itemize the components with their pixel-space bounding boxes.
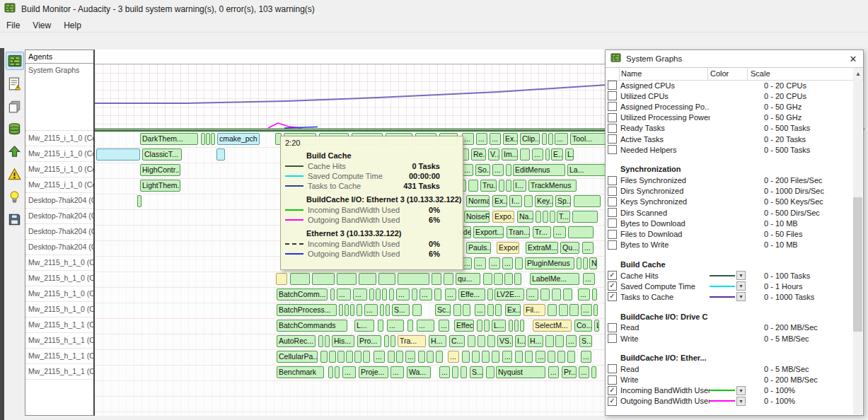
task-bar[interactable] xyxy=(542,133,547,145)
metric-checkbox[interactable]: ✓ xyxy=(608,386,617,395)
task-bar[interactable] xyxy=(337,273,357,285)
task-bar[interactable] xyxy=(382,288,387,301)
task-bar[interactable] xyxy=(380,304,384,316)
task-bar[interactable] xyxy=(318,335,323,347)
task-bar[interactable]: ... xyxy=(553,226,566,238)
task-bar[interactable]: Benchmark xyxy=(277,366,324,378)
task-bar[interactable] xyxy=(504,273,513,285)
task-bar[interactable] xyxy=(482,351,490,363)
metric-checkbox[interactable] xyxy=(608,240,617,250)
task-bar[interactable] xyxy=(357,304,362,316)
task-bar[interactable] xyxy=(468,335,475,347)
color-dropdown-icon[interactable]: ▼ xyxy=(736,292,746,301)
task-bar[interactable]: ... xyxy=(387,320,404,332)
system-graphs-titlebar[interactable]: System Graphs ✕ xyxy=(606,50,863,68)
task-bar[interactable] xyxy=(499,180,504,192)
task-bar[interactable]: Sc... xyxy=(435,304,451,316)
graph-metric-item[interactable]: Keys Synchronized0 - 500 Keys/Sec xyxy=(606,197,853,207)
task-bar[interactable] xyxy=(211,133,215,145)
task-bar[interactable]: L... xyxy=(565,148,574,161)
task-bar[interactable]: Effe... xyxy=(458,288,485,301)
task-bar[interactable]: DarkThem... xyxy=(140,133,198,145)
agent-row[interactable]: Desktop-7hak204 (C xyxy=(25,240,93,255)
task-bar[interactable]: C... xyxy=(449,335,465,347)
task-bar[interactable]: Export xyxy=(497,242,519,254)
agent-row[interactable]: Mw_2115_h_1_1 (C xyxy=(25,349,93,364)
task-bar[interactable] xyxy=(478,335,485,347)
task-bar[interactable] xyxy=(388,351,395,363)
task-bar[interactable]: ... xyxy=(462,164,473,176)
agent-row[interactable]: Mw_2115_h_1_1 (C xyxy=(25,333,93,349)
task-bar[interactable] xyxy=(495,304,502,316)
task-bar[interactable] xyxy=(484,320,490,332)
task-bar[interactable]: cmake_pch xyxy=(217,133,260,145)
system-graphs-row[interactable]: System Graphs xyxy=(25,64,93,131)
task-bar[interactable]: Proje... xyxy=(359,366,388,378)
color-dropdown-icon[interactable]: ▼ xyxy=(736,397,746,406)
task-bar[interactable] xyxy=(389,288,394,301)
graph-metric-item[interactable]: Files Synchronized0 - 200 Files/Sec xyxy=(606,175,853,186)
task-bar[interactable]: ... xyxy=(526,288,538,301)
task-bar[interactable]: Pr... xyxy=(562,366,577,378)
metric-checkbox[interactable]: ✓ xyxy=(608,271,617,280)
task-bar[interactable]: La... xyxy=(567,164,606,176)
task-bar[interactable]: ... xyxy=(476,133,487,145)
metric-checkbox[interactable] xyxy=(608,218,617,228)
menu-view[interactable]: View xyxy=(26,19,57,32)
task-bar[interactable]: ... xyxy=(579,366,589,378)
task-bar[interactable]: ... xyxy=(337,288,351,301)
task-bar[interactable]: T... xyxy=(557,211,570,223)
task-bar[interactable] xyxy=(201,133,205,145)
task-bar[interactable] xyxy=(487,335,495,347)
task-bar[interactable]: Ex... xyxy=(505,304,521,316)
metric-checkbox[interactable] xyxy=(608,176,617,185)
task-bar[interactable]: ... xyxy=(417,320,434,332)
agent-row[interactable]: Mw_2115_i_1_0 (Co xyxy=(25,131,93,146)
task-bar[interactable]: ... xyxy=(342,366,356,378)
task-bar[interactable] xyxy=(386,304,390,316)
task-bar[interactable] xyxy=(330,288,335,301)
task-bar[interactable]: ... xyxy=(445,288,456,301)
task-bar[interactable] xyxy=(509,320,513,332)
task-bar[interactable]: Sp... xyxy=(555,195,571,207)
agent-row[interactable]: Desktop-7hak204 (C xyxy=(25,209,93,224)
task-bar[interactable]: I... xyxy=(515,335,526,347)
task-bar[interactable]: L... xyxy=(492,320,506,332)
task-bar[interactable]: Qu... xyxy=(560,242,579,254)
task-bar[interactable] xyxy=(452,366,458,378)
task-bar[interactable] xyxy=(407,320,413,332)
task-bar[interactable]: CellularPa... xyxy=(277,351,318,363)
task-bar[interactable]: Na... xyxy=(517,211,533,223)
task-bar[interactable] xyxy=(487,288,493,301)
metric-checkbox[interactable] xyxy=(608,134,617,144)
task-bar[interactable]: E... xyxy=(551,148,563,161)
close-icon[interactable]: ✕ xyxy=(843,54,863,64)
task-bar[interactable] xyxy=(592,288,597,301)
task-bar[interactable]: ... xyxy=(548,366,559,378)
task-bar[interactable] xyxy=(325,335,330,347)
task-bar[interactable]: AutoRec... xyxy=(277,335,316,347)
publish-icon[interactable] xyxy=(6,142,24,161)
task-bar[interactable] xyxy=(369,288,374,301)
task-bar[interactable]: ... xyxy=(374,351,385,363)
task-bar[interactable] xyxy=(477,320,482,332)
task-bar[interactable] xyxy=(524,195,533,207)
task-bar[interactable] xyxy=(506,164,511,176)
task-bar[interactable] xyxy=(568,226,594,238)
task-bar[interactable] xyxy=(412,288,417,301)
task-bar[interactable]: ... xyxy=(502,351,512,363)
task-bar[interactable] xyxy=(345,304,349,316)
task-bar[interactable]: ... xyxy=(578,288,590,301)
task-bar[interactable] xyxy=(376,288,381,301)
task-bar[interactable]: ... xyxy=(489,257,500,269)
task-bar[interactable] xyxy=(463,304,470,316)
task-bar[interactable]: Wa... xyxy=(407,366,431,378)
task-bar[interactable]: Tool... xyxy=(570,133,606,145)
task-bar[interactable] xyxy=(543,211,548,223)
metric-checkbox[interactable] xyxy=(608,187,617,196)
task-bar[interactable]: Norma... xyxy=(466,195,490,207)
task-bar[interactable]: LV2E... xyxy=(494,288,524,301)
task-bar[interactable] xyxy=(216,148,225,161)
metric-checkbox[interactable] xyxy=(608,113,617,122)
task-bar[interactable] xyxy=(487,304,494,316)
